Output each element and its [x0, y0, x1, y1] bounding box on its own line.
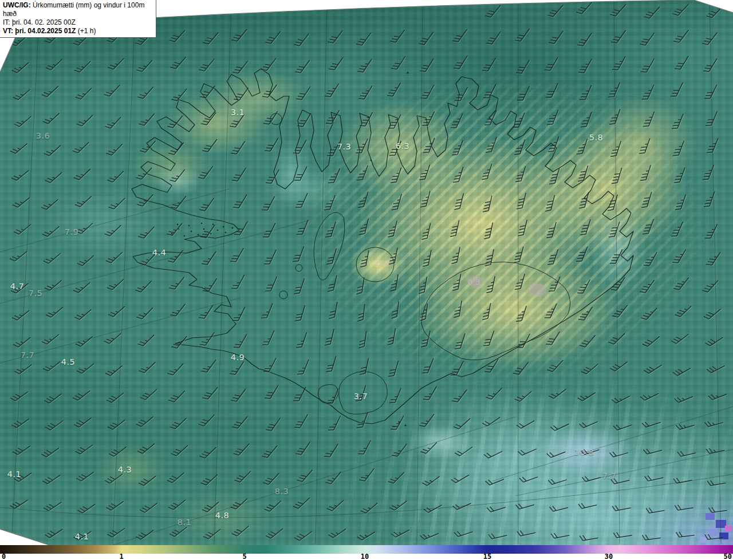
- colorbar-tick: 1: [119, 553, 123, 560]
- forecast-map: 3.63.17.36.35.87.94.40.80.34.77.57.74.54…: [0, 0, 733, 545]
- small-glacier-outline: [295, 265, 302, 271]
- domain-border: [0, 0, 733, 545]
- hofsjokull-outline: [356, 247, 394, 282]
- colorbar-tick: 5: [242, 553, 246, 560]
- model-label: UWC/IG:: [3, 1, 31, 9]
- colorbar-tick-labels: 01510153050: [0, 554, 733, 560]
- valid-time-suffix: (+1 h): [78, 27, 96, 35]
- wind-barbs: [10, 2, 727, 541]
- map-vector-layer: [0, 0, 733, 545]
- langjokull-outline: [314, 212, 345, 280]
- domain-mask: [0, 0, 733, 545]
- glacier-shading: [528, 283, 546, 296]
- vatnajokull-outline: [421, 262, 570, 360]
- init-time: IT: þri. 04. 02. 2025 00Z: [3, 18, 153, 27]
- graticule: [0, 0, 733, 544]
- colorbar-tick: 15: [483, 553, 491, 560]
- colorbar-tick: 30: [605, 553, 613, 560]
- valid-time-line: VT: þri. 04.02.2025 01Z (+1 h): [3, 27, 153, 36]
- islands: [171, 72, 409, 427]
- colorbar: 01510153050: [0, 545, 733, 560]
- glacier-shading: [467, 276, 483, 287]
- forecast-page: 3.63.17.36.35.87.94.40.80.34.77.57.74.54…: [0, 0, 733, 560]
- small-glacier-outline: [279, 291, 287, 299]
- colorbar-tick: 0: [2, 553, 6, 560]
- wind-barbs-layer: [10, 2, 727, 541]
- valid-time: VT: þri. 04.02.2025 01Z: [3, 27, 76, 35]
- title-box: UWC/IG: Úrkomumætti (mm) og vindur i 100…: [0, 0, 156, 38]
- colorbar-tick: 10: [361, 553, 369, 560]
- map-title-line: UWC/IG: Úrkomumætti (mm) og vindur i 100…: [3, 1, 153, 18]
- colorbar-tick: 50: [724, 553, 732, 560]
